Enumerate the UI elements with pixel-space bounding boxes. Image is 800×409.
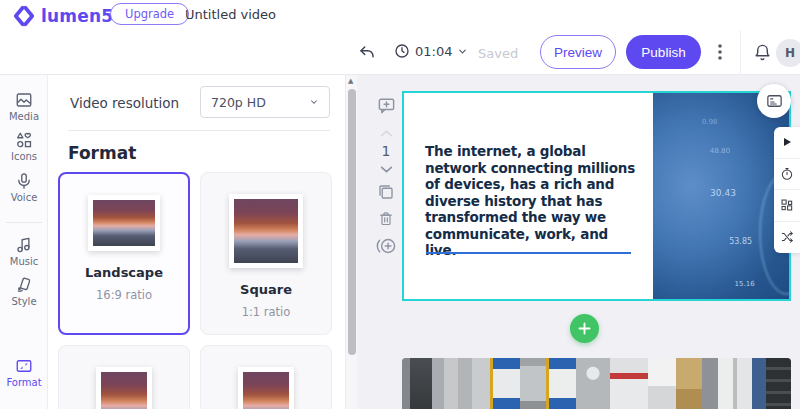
format-panel: Video resolution 720p HD Format Landscap… [48, 75, 345, 409]
panel-scrollbar[interactable]: ▲ [345, 75, 357, 409]
app-window: lumen5 Upgrade Untitled video 01:04 Save… [0, 0, 800, 409]
scrollbar-up-arrow[interactable]: ▲ [348, 77, 353, 85]
toolbar: 01:04 Saved Preview Publish H [350, 33, 800, 73]
clock-icon [394, 43, 410, 59]
video-title[interactable]: Untitled video [185, 7, 276, 22]
saved-status: Saved [478, 46, 518, 61]
scene-action-strip [774, 127, 800, 253]
landscape-thumbnail [88, 195, 160, 251]
lumen5-logo-icon [13, 5, 35, 27]
nav-divider [6, 222, 42, 223]
slide-media-image[interactable]: 30.43 53.85 15.16 48.80 0.98 [653, 93, 789, 299]
nav-item-style[interactable]: Style [0, 276, 48, 307]
nav-item-format[interactable]: Format [0, 357, 48, 388]
square-thumbnail [229, 194, 303, 268]
slide-canvas[interactable]: The internet, a global network connectin… [402, 91, 791, 301]
image-number: 15.16 [735, 280, 755, 288]
portrait-thumbnail [96, 367, 152, 409]
layout-grid-icon[interactable] [774, 190, 800, 222]
slide-text[interactable]: The internet, a global network connectin… [425, 143, 643, 259]
scrollbar-thumb[interactable] [348, 89, 356, 355]
format-section-title: Format [68, 143, 136, 163]
format-name: Landscape [60, 265, 188, 280]
left-nav: Media Icons Voice Music Style Format [0, 75, 48, 409]
duration-control[interactable]: 01:04 [394, 43, 468, 59]
format-card-partial[interactable] [58, 345, 190, 409]
style-swatch-icon [0, 276, 48, 294]
chevron-down-icon [309, 97, 319, 107]
nav-label-format: Format [0, 377, 48, 388]
panel-divider [68, 130, 330, 131]
format-name: Square [201, 282, 331, 297]
nav-item-music[interactable]: Music [0, 236, 48, 267]
scene-duration-icon[interactable] [774, 159, 800, 191]
microphone-icon [0, 172, 48, 190]
resolution-select[interactable]: 720p HD [200, 86, 330, 118]
nav-label-voice: Voice [0, 192, 48, 203]
resolution-label: Video resolution [70, 95, 179, 111]
image-number: 0.98 [702, 118, 718, 126]
next-slide-thumbnail[interactable] [402, 358, 791, 409]
format-ratio: 1:1 ratio [201, 305, 331, 319]
format-card-square[interactable]: Square 1:1 ratio [200, 172, 332, 335]
notifications-bell-icon[interactable] [753, 43, 772, 62]
image-number: 48.80 [710, 147, 730, 155]
format-card-landscape[interactable]: Landscape 16:9 ratio [58, 172, 190, 335]
media-image-icon [0, 91, 48, 109]
nav-label-music: Music [0, 256, 48, 267]
shapes-icon [0, 131, 48, 149]
nav-label-style: Style [0, 296, 48, 307]
add-comment-icon[interactable] [373, 96, 399, 115]
add-scene-circle-icon[interactable] [373, 236, 399, 256]
slide-number: 1 [373, 143, 399, 159]
scene-design-button[interactable] [757, 84, 791, 118]
chevron-down-icon[interactable] [373, 165, 399, 174]
add-scene-button[interactable] [570, 314, 599, 343]
logo-wordmark: lumen5 [41, 6, 113, 26]
image-number: 30.43 [710, 188, 736, 198]
header-divider [740, 30, 741, 75]
nav-item-icons[interactable]: Icons [0, 131, 48, 162]
publish-button[interactable]: Publish [626, 35, 701, 69]
header: lumen5 Upgrade Untitled video 01:04 Save… [0, 0, 800, 75]
lumen5-logo[interactable]: lumen5 [13, 5, 113, 27]
nav-label-icons: Icons [0, 151, 48, 162]
more-options-icon[interactable] [712, 42, 728, 62]
duplicate-scene-icon[interactable] [373, 183, 399, 201]
text-underline [426, 252, 631, 254]
scene-toolbar: 1 [373, 96, 399, 256]
chevron-down-icon [457, 46, 468, 57]
music-note-icon [0, 236, 48, 254]
upgrade-button[interactable]: Upgrade [110, 3, 189, 25]
portrait-thumbnail [238, 367, 294, 409]
resolution-value: 720p HD [211, 95, 266, 110]
shuffle-icon[interactable] [774, 222, 800, 254]
format-frame-icon [0, 357, 48, 375]
image-number: 53.85 [729, 237, 752, 246]
play-scene-icon[interactable] [774, 127, 800, 159]
format-ratio: 16:9 ratio [60, 288, 188, 302]
nav-label-media: Media [0, 111, 48, 122]
duration-value: 01:04 [415, 44, 452, 59]
nav-item-voice[interactable]: Voice [0, 172, 48, 203]
format-card-partial[interactable] [200, 345, 332, 409]
undo-icon[interactable] [358, 44, 376, 62]
user-avatar[interactable]: H [776, 39, 800, 67]
delete-scene-icon[interactable] [373, 210, 399, 227]
nav-item-media[interactable]: Media [0, 91, 48, 122]
preview-button[interactable]: Preview [540, 35, 616, 69]
chevron-up-icon [373, 129, 399, 138]
